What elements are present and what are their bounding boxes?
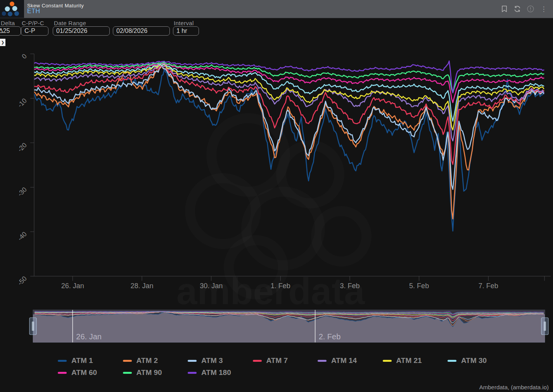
delta-label: Delta [1, 20, 15, 26]
x-axis-label: 3. Feb [340, 282, 359, 290]
y-axis-label: 0 [21, 52, 28, 60]
x-axis-label: 5. Feb [409, 282, 429, 290]
svg-text:amberdata: amberdata [176, 270, 365, 312]
interval-select[interactable]: 1 hr [173, 26, 199, 36]
legend-marker [188, 360, 197, 362]
legend-label: ATM 21 [396, 356, 422, 365]
legend-item-atm-30[interactable]: ATM 30 [448, 356, 487, 365]
legend-label: ATM 30 [461, 356, 487, 365]
legend-marker [58, 360, 67, 362]
legend-item-atm-7[interactable]: ATM 7 [253, 356, 288, 365]
skew-chart[interactable]: amberdata0-10-20-30-40-5026. Jan28. Jan3… [0, 0, 553, 392]
legend-item-atm-2[interactable]: ATM 2 [123, 356, 158, 365]
x-axis-label: 7. Feb [479, 282, 498, 290]
filter-controls: Delta Δ25 C-P/P-C C-P Date Range 01/25/2… [0, 19, 553, 39]
legend-label: ATM 60 [71, 368, 97, 377]
legend-item-atm-21[interactable]: ATM 21 [383, 356, 422, 365]
navigator-left-handle[interactable] [29, 318, 36, 335]
legend-marker [448, 360, 456, 362]
title-bar: Skew Constant Maturity ETH ⋮ [0, 0, 553, 18]
y-axis-label: -30 [16, 186, 28, 198]
plot-area [35, 61, 544, 231]
sidebar-expand-toggle[interactable]: ❯ [0, 39, 5, 46]
legend-label: ATM 3 [201, 356, 223, 365]
series-line-atm-3 [35, 66, 544, 189]
legend-marker [318, 360, 327, 362]
legend-item-atm-180[interactable]: ATM 180 [188, 368, 231, 377]
series-line-atm-14 [35, 65, 544, 141]
amberdata-logo-icon [0, 0, 24, 18]
legend-marker [383, 360, 392, 362]
x-axis-label: 30. Jan [200, 282, 223, 290]
refresh-icon[interactable] [513, 5, 521, 13]
legend-item-atm-3[interactable]: ATM 3 [188, 356, 223, 365]
cp-pc-select[interactable]: C-P [21, 26, 48, 36]
legend-item-atm-14[interactable]: ATM 14 [318, 356, 357, 365]
y-axis-label: -50 [16, 275, 28, 287]
x-axis-label: 26. Jan [61, 282, 84, 290]
interval-label: Interval [174, 20, 194, 26]
x-axis-label: 1. Feb [271, 282, 290, 290]
navigator[interactable]: 26. Jan2. Feb [29, 310, 548, 342]
legend-label: ATM 2 [137, 356, 158, 365]
legend-marker [188, 372, 197, 374]
navigator-right-handle[interactable] [541, 318, 548, 335]
legend-marker [123, 360, 132, 362]
legend-label: ATM 14 [331, 356, 357, 365]
legend-label: ATM 7 [266, 356, 288, 365]
credit-text: Amberdata, (amberdata.io) [479, 384, 549, 390]
legend-marker [123, 372, 132, 374]
legend-label: ATM 180 [201, 368, 231, 377]
x-axis-label: 28. Jan [130, 282, 153, 290]
legend-label: ATM 90 [137, 368, 162, 377]
legend-marker [253, 360, 262, 362]
info-icon[interactable] [527, 5, 534, 13]
page-title: Skew Constant Maturity [27, 3, 84, 9]
cp-pc-label: C-P/P-C [22, 20, 44, 26]
kebab-menu-icon[interactable]: ⋮ [540, 5, 548, 13]
legend-item-atm-1[interactable]: ATM 1 [58, 356, 93, 365]
delta-select[interactable]: Δ25 [0, 26, 21, 36]
legend-marker [58, 372, 67, 374]
bookmark-icon[interactable] [500, 5, 508, 13]
navigator-date-label: 2. Feb [319, 332, 341, 341]
legend-item-atm-90[interactable]: ATM 90 [123, 368, 162, 377]
date-from-input[interactable]: 01/25/2026 [53, 26, 110, 36]
y-axis-label: -40 [16, 230, 28, 242]
app-root: amberdata0-10-20-30-40-5026. Jan28. Jan3… [0, 0, 553, 392]
navigator-date-label: 26. Jan [76, 332, 102, 341]
date-range-label: Date Range [54, 20, 86, 26]
legend-item-atm-60[interactable]: ATM 60 [58, 368, 97, 377]
date-to-input[interactable]: 02/08/2026 [113, 26, 170, 36]
legend-label: ATM 1 [71, 356, 93, 365]
y-axis-label: -10 [16, 97, 28, 109]
y-axis-label: -20 [16, 141, 28, 153]
asset-label: ETH [27, 8, 84, 15]
